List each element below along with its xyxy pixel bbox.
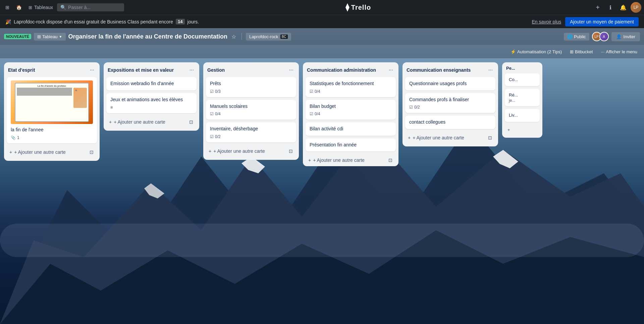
add-card-label: + Ajouter une autre carte	[114, 119, 165, 125]
menu-label: Afficher le menu	[606, 49, 637, 54]
info-icon: ℹ	[609, 4, 611, 11]
card-title: contact collegues	[409, 119, 491, 126]
add-button[interactable]: +	[592, 2, 603, 13]
checklist-progress: 0/4	[315, 112, 320, 116]
column-menu-button[interactable]: ···	[188, 66, 195, 74]
notifications-button[interactable]: 🔔	[618, 2, 629, 13]
learn-more-link[interactable]: En savoir plus	[532, 19, 561, 24]
plus-icon: +	[507, 127, 510, 132]
template-icon[interactable]: ⊡	[89, 149, 94, 155]
card-bilan-budget[interactable]: Bilan budget ☑ 0/4	[306, 100, 396, 120]
add-card-label: + Ajouter une autre carte	[313, 157, 365, 163]
card-title: Bilan activité cdi	[310, 126, 392, 132]
add-card-button-gestion[interactable]: + + Ajouter une autre carte ⊡	[205, 145, 298, 157]
column-menu-button[interactable]: ···	[387, 66, 394, 74]
card-inventaire-desherbage[interactable]: Inventaire, désherbage ☑ 0/2	[206, 122, 296, 142]
column-partial: Pe... Co... Ré... je... Liv... +	[502, 62, 542, 138]
automation-button[interactable]: ⚡ Automatisation (2 Tips)	[508, 48, 565, 56]
board-header-right: 🌐 Public LP A 👤 Inviter	[564, 32, 640, 41]
card-stats-fonctionnement[interactable]: Statistiques de fonctionnement ☑ 0/4	[306, 77, 396, 97]
column-menu-button[interactable]: ···	[89, 66, 96, 74]
star-button[interactable]: ☆	[230, 32, 237, 41]
card-checklist: ☑ 0/2	[409, 105, 420, 110]
info-button[interactable]: ℹ	[605, 2, 616, 13]
card-la-fin-de-lannee[interactable]: La fin d'année du profdoc	[7, 77, 97, 143]
checklist-icon: ☑	[210, 134, 214, 139]
card-commandes-profs[interactable]: Commandes profs à finaliser ☑ 0/2	[405, 93, 495, 113]
card-questionnaire-usages[interactable]: Questionnaire usages profs	[405, 77, 495, 90]
add-payment-button[interactable]: Ajouter un moyen de paiement	[565, 17, 639, 26]
invite-button[interactable]: 👤 Inviter	[611, 32, 640, 41]
column-header-comm-enseignants: Communication enseignants ···	[402, 62, 498, 77]
checklist-icon: ☑	[210, 89, 214, 94]
card-partial-1[interactable]: Co...	[505, 73, 540, 86]
card-title: Manuels scolaires	[210, 103, 292, 110]
card-emission-webradio[interactable]: Emission webradio fin d'année	[106, 77, 197, 90]
nav-right-actions: + ℹ 🔔 LP	[592, 2, 641, 13]
card-checklist: ☑ 0/2	[210, 134, 221, 139]
add-card-button-partial[interactable]: +	[503, 125, 541, 135]
show-menu-button[interactable]: ··· Afficher le menu	[598, 48, 640, 56]
column-menu-button[interactable]: ···	[487, 66, 494, 74]
search-bar[interactable]: 🔍 Passer à...	[57, 3, 124, 11]
checklist-icon: ☑	[409, 105, 413, 110]
card-presentation-fin-annee[interactable]: Présentation fin année	[306, 138, 396, 152]
template-icon[interactable]: ⊡	[388, 157, 393, 164]
visibility-button[interactable]: 🌐 Public	[564, 33, 589, 41]
template-icon[interactable]: ⊡	[288, 148, 293, 154]
checklist-progress: 0/4	[315, 89, 320, 94]
add-card-label: + Ajouter une autre carte	[14, 149, 66, 155]
member-avatar-2[interactable]: A	[599, 32, 609, 41]
search-icon: 🔍	[60, 5, 66, 10]
card-prets[interactable]: Prêts ☑ 0/3	[206, 77, 296, 97]
column-title: Communication enseignants	[407, 67, 485, 73]
workspace-button[interactable]: Laprofdoc-rock BC	[246, 33, 291, 41]
card-meta: ☑ 0/4	[310, 89, 392, 94]
plus-icon: +	[408, 135, 411, 140]
automation-label: Automatisation (2 Tips)	[517, 49, 562, 54]
card-meta: ☑ 0/3	[210, 89, 292, 94]
banner-emoji: 🎉	[5, 19, 11, 24]
board-type-button[interactable]: ⊞ Tableau ▼	[34, 33, 65, 41]
column-expositions: Expositions et mise en valeur ··· Emissi…	[104, 62, 199, 131]
sketch-drawing: La fin d'année du profdoc	[15, 83, 89, 122]
bitbucket-button[interactable]: ⊞ Bitbucket	[567, 48, 595, 56]
boards-button[interactable]: ⊞ Tableaux	[26, 3, 56, 12]
template-icon[interactable]: ⊡	[189, 119, 194, 125]
template-icon[interactable]: ⊡	[487, 134, 493, 141]
add-card-button-comm-enseignants[interactable]: + + Ajouter une autre carte ⊡	[404, 132, 497, 144]
card-checklist: ☑ 0/4	[210, 112, 221, 116]
trello-logo: ⧫ Trello	[125, 3, 591, 12]
column-title: Communication administration	[307, 67, 385, 73]
home-button[interactable]: 🏠	[13, 3, 24, 12]
dots-icon: ···	[601, 49, 604, 54]
svg-rect-7	[0, 223, 644, 257]
column-header-partial: Pe...	[502, 62, 542, 73]
attachment-count: 1	[17, 135, 19, 140]
card-contact-collegues[interactable]: contact collegues	[405, 116, 495, 129]
add-card-label: + Ajouter une autre carte	[213, 148, 265, 154]
trial-banner: 🎉 Laprofdoc-rock dispose d'un essai grat…	[0, 15, 644, 28]
banner-text1: Laprofdoc-rock dispose d'un essai gratui…	[14, 19, 173, 24]
card-partial-3[interactable]: Liv...	[505, 109, 540, 122]
card-meta: 📎 1	[11, 135, 93, 140]
grid-menu-button[interactable]: ⊞	[3, 3, 12, 12]
plus-icon: +	[596, 4, 600, 11]
card-partial-2[interactable]: Ré... je...	[505, 89, 540, 106]
column-menu-button[interactable]: ···	[288, 66, 295, 74]
column-comm-admin: Communication administration ··· Statist…	[303, 62, 398, 166]
card-bilan-activite-cdi[interactable]: Bilan activité cdi	[306, 122, 396, 136]
card-title: Emission webradio fin d'année	[110, 80, 193, 87]
column-comm-enseignants: Communication enseignants ··· Questionna…	[402, 62, 498, 146]
user-avatar[interactable]: LP	[631, 2, 641, 13]
card-jeux-animations[interactable]: Jeux et animations avec les élèves ≡	[106, 93, 197, 114]
person-add-icon: 👤	[616, 34, 622, 39]
plus-icon: +	[109, 119, 112, 125]
add-card-button-etat[interactable]: + + Ajouter une autre carte ⊡	[5, 146, 98, 158]
add-card-button-comm-admin[interactable]: + + Ajouter une autre carte ⊡	[304, 154, 397, 166]
column-etat-esprit: Etat d'esprit ··· La fin d'année du prof…	[4, 62, 100, 161]
add-card-button-expositions[interactable]: + + Ajouter une autre carte ⊡	[105, 116, 198, 128]
column-header-etat-esprit: Etat d'esprit ···	[4, 62, 100, 77]
trello-logo-text: Trello	[351, 4, 371, 11]
card-manuels-scolaires[interactable]: Manuels scolaires ☑ 0/4	[206, 100, 296, 120]
